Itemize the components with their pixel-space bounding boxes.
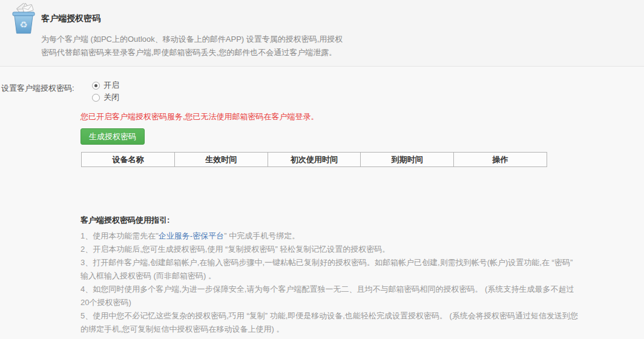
usage-guide: 客户端授权密码使用指引: 1、使用本功能需先在"企业服务-密保平台” 中完成手机… <box>80 214 582 336</box>
guide-item-1-prefix: 1、使用本功能需先在" <box>80 231 159 240</box>
enterprise-service-link[interactable]: 企业服务-密保平台 <box>159 231 224 240</box>
guide-item-2: 2、开启本功能后,您可生成授权密码,使用 “复制授权密码” 轻松复制记忆设置的授… <box>80 243 582 256</box>
guide-item-5: 5、使用中您不必记忆这些复杂的授权密码,巧用 “复制” 功能,即便是移动设备,也… <box>80 309 582 336</box>
usage-guide-title: 客户端授权密码使用指引: <box>80 214 582 226</box>
guide-item-3: 3、打开邮件客户端,创建邮箱帐户,在输入密码步骤中,一键粘帖已复制好的授权密码。… <box>80 256 582 283</box>
column-header-actions: 操作 <box>454 153 547 167</box>
mail-trash-icon: ♻ <box>7 3 40 36</box>
page-header: ♻ 客户端授权密码 为每个客户端 (如PC上的Outlook、移动设备上的邮件A… <box>0 0 644 67</box>
password-table-header-row: 设备名称 生效时间 初次使用时间 到期时间 操作 <box>82 153 547 167</box>
client-auth-password-page: ♻ 客户端授权密码 为每个客户端 (如PC上的Outlook、移动设备上的邮件A… <box>0 0 644 339</box>
page-title: 客户端授权密码 <box>41 13 100 24</box>
column-header-device-name: 设备名称 <box>82 153 175 167</box>
radio-off-input[interactable] <box>92 94 100 102</box>
guide-item-4: 4、如您同时使用多个客户端,为进一步保障安全,请为每个客户端配置独一无二、且均不… <box>80 283 582 309</box>
page-description-line-1: 为每个客户端 (如PC上的Outlook、移动设备上的邮件APP) 设置专属的授… <box>41 33 343 46</box>
auth-password-radio-group: 开启 关闭 <box>92 79 119 104</box>
radio-on-input[interactable] <box>92 82 100 90</box>
generate-password-button[interactable]: 生成授权密码 <box>80 128 145 145</box>
column-header-expire-time: 到期时间 <box>361 153 454 167</box>
password-table: 设备名称 生效时间 初次使用时间 到期时间 操作 <box>81 152 547 167</box>
radio-option-off[interactable]: 关闭 <box>92 91 119 104</box>
set-auth-password-label: 设置客户端授权密码: <box>1 83 74 94</box>
radio-off-label[interactable]: 关闭 <box>104 92 119 103</box>
warning-message: 您已开启客户端授权密码服务,您已无法使用邮箱密码在客户端登录。 <box>80 111 319 122</box>
page-description: 为每个客户端 (如PC上的Outlook、移动设备上的邮件APP) 设置专属的授… <box>41 33 343 59</box>
column-header-effective-time: 生效时间 <box>174 153 268 167</box>
svg-text:♻: ♻ <box>19 19 27 30</box>
page-description-line-2: 密码代替邮箱密码来登录客户端,即使邮箱密码丢失,您的邮件也不会通过客户端泄露。 <box>41 46 343 59</box>
radio-option-on[interactable]: 开启 <box>92 79 119 91</box>
column-header-first-use-time: 初次使用时间 <box>268 153 361 167</box>
guide-item-1-suffix: ” 中完成手机号绑定。 <box>224 231 300 240</box>
guide-item-1: 1、使用本功能需先在"企业服务-密保平台” 中完成手机号绑定。 <box>80 229 582 243</box>
radio-on-label[interactable]: 开启 <box>104 80 119 91</box>
